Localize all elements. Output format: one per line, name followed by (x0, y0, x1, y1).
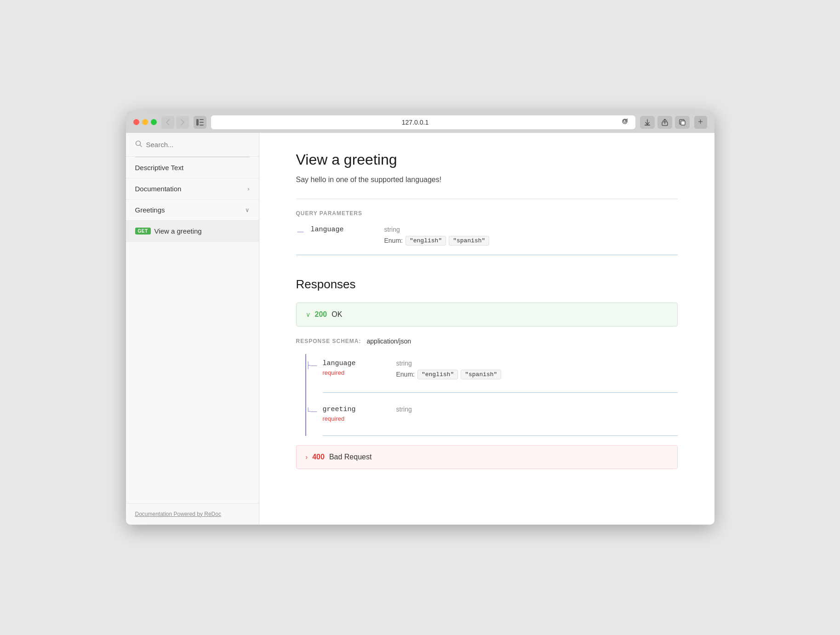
sidebar-item-greetings[interactable]: Greetings ∨ (126, 200, 259, 221)
enum-value-english: "english" (406, 236, 446, 246)
schema-fields: ├— language required string Enum: "engli… (305, 354, 678, 436)
download-button[interactable] (640, 116, 655, 129)
svg-rect-3 (200, 125, 204, 126)
schema-field-language: ├— language required string Enum: "engli… (306, 354, 678, 385)
schema-details-greeting: string (396, 406, 678, 416)
chevron-down-icon-200: ∨ (306, 311, 310, 318)
svg-rect-4 (645, 125, 650, 126)
sidebar-item-documentation[interactable]: Documentation › (126, 178, 259, 200)
search-input[interactable] (146, 141, 250, 149)
param-row-language: — language string Enum: "english" "spani… (296, 226, 678, 246)
param-details-language: string Enum: "english" "spanish" (384, 226, 678, 246)
svg-rect-2 (200, 122, 204, 123)
svg-rect-7 (681, 121, 685, 125)
response-schema-row: RESPONSE SCHEMA: application/json (296, 338, 678, 345)
response-200-row[interactable]: ∨ 200 OK (296, 303, 678, 326)
schema-type-greeting: string (396, 406, 678, 413)
schema-name-language: language required (323, 360, 387, 377)
svg-rect-0 (196, 119, 199, 126)
chevron-down-icon: ∨ (245, 206, 250, 213)
sidebar-item-descriptive-text[interactable]: Descriptive Text (126, 157, 259, 178)
sidebar-toggle-button[interactable] (194, 116, 206, 129)
forward-button[interactable] (176, 116, 189, 129)
chevron-right-icon: › (247, 185, 249, 192)
get-badge: GET (135, 228, 151, 235)
page-description: Say hello in one of the supported langua… (296, 176, 678, 184)
search-container (126, 133, 259, 157)
main-content: View a greeting Say hello in one of the … (259, 133, 714, 525)
window-button[interactable] (675, 116, 690, 129)
field-divider (296, 255, 678, 255)
endpoint-label: View a greeting (154, 227, 202, 235)
schema-field-divider-2 (323, 435, 678, 436)
param-enum: Enum: "english" "spanish" (384, 236, 678, 246)
response-text-400: Bad Request (329, 453, 372, 461)
response-schema-type: application/json (367, 338, 411, 345)
query-params-label: QUERY PARAMETERS (296, 210, 678, 217)
param-name-language: language (311, 226, 375, 234)
response-code-400: 400 (312, 453, 325, 461)
enum-label: Enum: (384, 237, 403, 244)
enum-value-spanish: "spanish" (449, 236, 489, 246)
chevron-right-icon-400: › (306, 453, 308, 461)
address-bar[interactable]: 127.0.0.1 (216, 119, 615, 126)
sidebar-item-view-a-greeting[interactable]: GET View a greeting (126, 221, 259, 242)
traffic-light-yellow[interactable] (142, 119, 148, 125)
schema-field-greeting: └— greeting required string (306, 400, 678, 428)
schema-enum-spanish: "spanish" (461, 370, 501, 379)
response-schema-label: RESPONSE SCHEMA: (296, 338, 361, 344)
share-button[interactable] (657, 116, 672, 129)
svg-rect-1 (200, 119, 204, 120)
schema-name-greeting: greeting required (323, 406, 387, 423)
search-icon (135, 140, 143, 149)
schema-field-divider (323, 392, 678, 393)
schema-connector-greeting: └— (306, 406, 319, 415)
redoc-link[interactable]: Documentation Powered by ReDoc (135, 511, 221, 517)
schema-enum-english: "english" (417, 370, 458, 379)
schema-enum-label: Enum: (396, 371, 415, 378)
param-connector: — (296, 226, 305, 235)
schema-enum-language: Enum: "english" "spanish" (396, 370, 678, 379)
response-400-row[interactable]: › 400 Bad Request (296, 445, 678, 469)
param-type: string (384, 226, 678, 233)
new-tab-button[interactable]: + (694, 116, 707, 129)
reload-button[interactable] (619, 117, 631, 127)
section-divider (296, 199, 678, 199)
required-label-greeting: required (323, 415, 345, 422)
response-code-200: 200 (315, 310, 327, 319)
required-label-language: required (323, 369, 345, 376)
back-button[interactable] (161, 116, 174, 129)
schema-connector-language: ├— (306, 360, 319, 369)
sidebar: Descriptive Text Documentation › Greetin… (126, 133, 259, 525)
schema-type-language: string (396, 360, 678, 367)
schema-details-language: string Enum: "english" "spanish" (396, 360, 678, 379)
traffic-light-green[interactable] (151, 119, 157, 125)
response-text-200: OK (331, 310, 342, 319)
page-title: View a greeting (296, 151, 678, 168)
traffic-light-red[interactable] (133, 119, 139, 125)
sidebar-footer: Documentation Powered by ReDoc (126, 503, 259, 525)
responses-title: Responses (296, 277, 678, 292)
